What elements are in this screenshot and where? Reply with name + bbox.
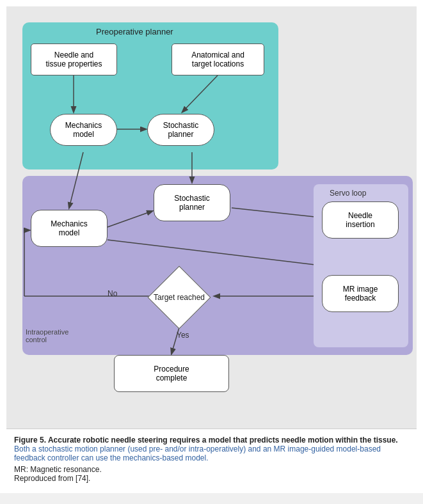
anatomical-box: Anatomical and target locations	[172, 43, 264, 75]
stochastic-intraop-label: Stochastic planner	[174, 194, 209, 212]
needle-tissue-label: Needle and tissue properties	[45, 51, 102, 68]
caption: Figure 5. Accurate robotic needle steeri…	[6, 429, 417, 487]
diamond-container: Target reached	[150, 269, 208, 326]
mr-feedback-label: MR image feedback	[343, 285, 378, 303]
mechanics-oval-preop: Mechanics model	[50, 114, 117, 146]
main-container: Preoperative planner Servo loop Needle a…	[0, 0, 423, 493]
diamond-text: Target reached	[154, 293, 205, 302]
intraop-label: Intraoperative control	[26, 328, 68, 343]
yes-label: Yes	[177, 331, 189, 340]
mechanics-box-intraop: Mechanics model	[31, 210, 108, 247]
diagram-area: Preoperative planner Servo loop Needle a…	[6, 6, 417, 429]
caption-mr: MR: Magnetic resonance.	[14, 465, 409, 474]
stochastic-box-intraop: Stochastic planner	[154, 184, 230, 221]
intraop-line2: control	[26, 336, 47, 343]
caption-text: Figure 5. Accurate robotic needle steeri…	[14, 436, 409, 462]
needle-insertion-box: Needle insertion	[322, 201, 399, 239]
caption-normal: Both a stochastic motion planner (used p…	[14, 445, 381, 462]
preop-title: Preoperative planner	[96, 27, 173, 36]
needle-insertion-label: Needle insertion	[346, 211, 374, 229]
mechanics-oval-label: Mechanics model	[65, 121, 102, 139]
no-label: No	[108, 289, 117, 298]
diagram-wrapper: Preoperative planner Servo loop Needle a…	[13, 13, 422, 422]
mr-feedback-box: MR image feedback	[322, 275, 399, 312]
caption-reproduced: Reproduced from [74].	[14, 474, 409, 483]
procedure-complete-label: Procedure complete	[154, 365, 189, 382]
intraop-line1: Intraoperative	[26, 328, 68, 336]
stochastic-oval-preop: Stochastic planner	[147, 114, 214, 146]
servo-title: Servo loop	[330, 189, 366, 198]
caption-bold: Figure 5. Accurate robotic needle steeri…	[14, 436, 398, 445]
mechanics-intraop-label: Mechanics model	[51, 219, 87, 237]
needle-tissue-box: Needle and tissue properties	[31, 43, 117, 75]
stochastic-oval-label: Stochastic planner	[163, 121, 198, 139]
procedure-complete-box: Procedure complete	[114, 355, 229, 392]
anatomical-label: Anatomical and target locations	[191, 51, 244, 68]
